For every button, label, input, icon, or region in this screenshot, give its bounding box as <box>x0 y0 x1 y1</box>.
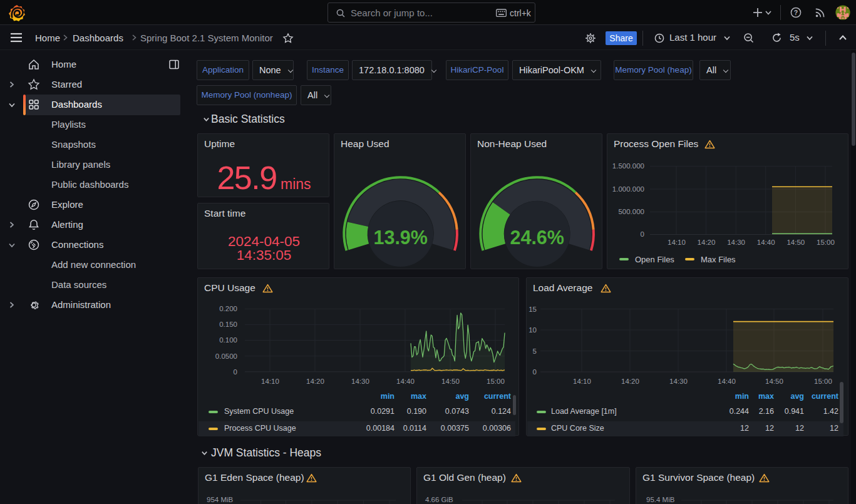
svg-text:13.9%: 13.9% <box>373 227 427 248</box>
svg-text:?: ? <box>794 9 798 16</box>
svg-text:24.6%: 24.6% <box>510 227 564 248</box>
